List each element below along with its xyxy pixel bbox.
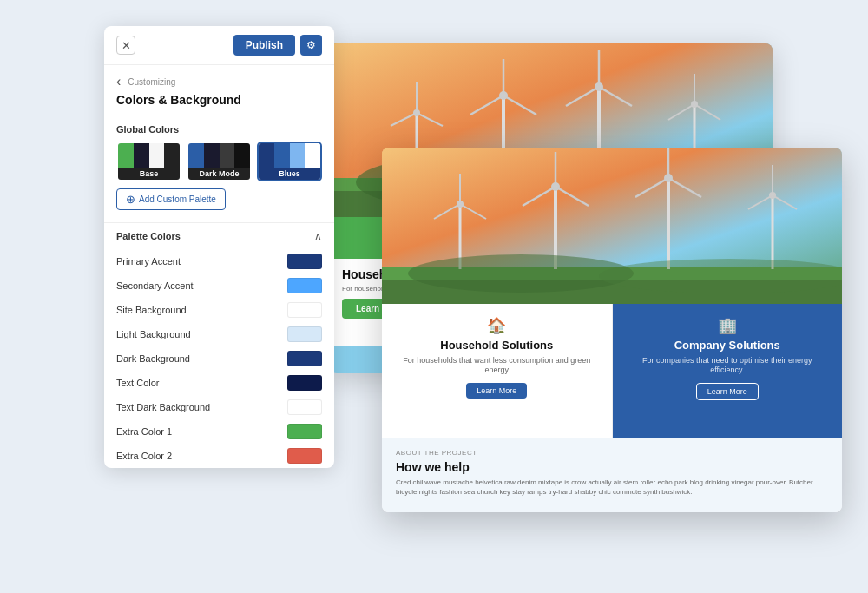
color-rows-container: Primary Accent Secondary Accent Site Bac… (104, 249, 334, 468)
color-row-0: Primary Accent (104, 249, 334, 273)
color-row-label-7: Extra Color 1 (116, 426, 172, 437)
mockup-front-bottom: ABOUT THE PROJECT How we help Cred chill… (382, 438, 842, 512)
col-right-text: For companies that need to optimise thei… (627, 356, 829, 376)
palette-dark-mode[interactable]: Dark Mode (187, 142, 252, 181)
breadcrumb: Customizing (128, 77, 175, 87)
color-row-label-1: Secondary Accent (116, 280, 194, 291)
settings-button[interactable]: ⚙ (300, 35, 322, 56)
website-mockup-container: 🏠 🏢 Household Solutions For households t… (260, 26, 868, 593)
palette-colors-header[interactable]: Palette Colors ∧ (104, 222, 334, 249)
col-left-title: Household Solutions (440, 339, 553, 353)
mockup-front-hero (382, 148, 842, 304)
color-row-4: Dark Background (104, 346, 334, 371)
mockup-col-right: 🏢 Company Solutions For companies that n… (613, 304, 843, 438)
color-row-3: Light Background (104, 322, 334, 346)
palette-section-title: Palette Colors (116, 231, 181, 241)
publish-button[interactable]: Publish (233, 35, 295, 56)
col-left-text: For households that want less consumptio… (396, 356, 598, 376)
panel-header-right: Publish ⚙ (233, 35, 322, 56)
panel-header: ✕ Publish ⚙ (104, 26, 334, 65)
mockup-bottom-label: ABOUT THE PROJECT (396, 449, 828, 457)
color-row-8: Extra Color 2 (104, 444, 334, 468)
col-right-icon: 🏢 (718, 316, 737, 335)
color-swatch-7[interactable] (287, 424, 322, 439)
color-swatch-8[interactable] (287, 448, 322, 464)
color-row-label-4: Dark Background (116, 353, 190, 364)
palette-blues-label: Blues (259, 168, 320, 180)
mockup-bottom-title: How we help (396, 460, 828, 474)
color-swatch-4[interactable] (287, 351, 322, 366)
mockup-front-card: 🏠 Household Solutions For households tha… (382, 148, 842, 512)
color-swatch-6[interactable] (287, 399, 322, 415)
palette-dark-mode-label: Dark Mode (188, 168, 250, 180)
col-left-learn-more-btn[interactable]: Learn More (466, 383, 527, 399)
color-swatch-1[interactable] (287, 278, 322, 293)
palette-base[interactable]: Base (116, 142, 181, 181)
palette-blues[interactable]: Blues (257, 142, 322, 181)
color-swatch-3[interactable] (287, 326, 322, 342)
customizer-panel: ✕ Publish ⚙ ‹ Customizing Colors & Backg… (104, 26, 334, 468)
color-row-label-6: Text Dark Background (116, 402, 210, 412)
color-row-6: Text Dark Background (104, 395, 334, 419)
close-button[interactable]: ✕ (116, 36, 135, 55)
mockup-bottom-text: Cred chillwave mustache helvetica raw de… (396, 478, 828, 497)
color-row-1: Secondary Accent (104, 273, 334, 298)
global-colors-label: Global Colors (116, 124, 322, 135)
panel-nav: ‹ Customizing (104, 65, 334, 93)
add-custom-label: Add Custom Palette (139, 194, 216, 204)
mockup-front-cols: 🏠 Household Solutions For households tha… (382, 304, 842, 438)
color-row-label-8: Extra Color 2 (116, 451, 172, 461)
color-swatch-2[interactable] (287, 302, 322, 318)
color-row-5: Text Color (104, 371, 334, 395)
color-row-2: Site Background (104, 298, 334, 322)
svg-point-57 (408, 254, 634, 293)
color-row-label-5: Text Color (116, 378, 160, 388)
global-colors-section: Global Colors Base D (104, 115, 334, 222)
mockup-col-left: 🏠 Household Solutions For households tha… (382, 304, 613, 438)
color-row-label-2: Site Background (116, 305, 187, 315)
color-swatch-5[interactable] (287, 375, 322, 391)
col-left-icon: 🏠 (487, 316, 506, 335)
col-right-learn-more-btn[interactable]: Learn More (696, 383, 759, 400)
add-custom-palette-button[interactable]: ⊕ Add Custom Palette (116, 188, 226, 210)
panel-title: Colors & Background (104, 93, 334, 115)
color-row-label-0: Primary Accent (116, 256, 181, 267)
color-row-7: Extra Color 1 (104, 419, 334, 444)
global-colors-grid: Base Dark Mode Blu (116, 142, 322, 181)
palette-base-label: Base (118, 168, 180, 180)
color-row-label-3: Light Background (116, 329, 191, 339)
add-icon: ⊕ (126, 193, 135, 206)
panel-header-left: ✕ (116, 36, 135, 55)
chevron-up-icon: ∧ (314, 230, 322, 242)
back-arrow-icon[interactable]: ‹ (116, 74, 121, 89)
col-right-title: Company Solutions (674, 339, 780, 353)
color-swatch-0[interactable] (287, 254, 322, 269)
